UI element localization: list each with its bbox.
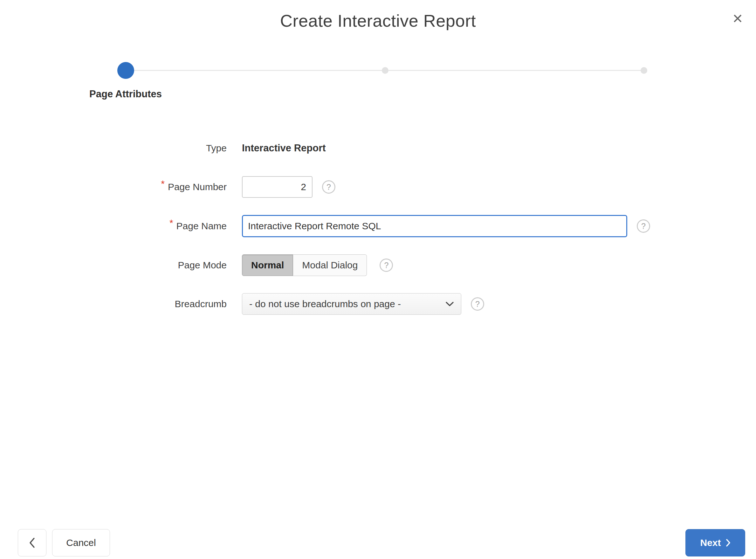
chevron-right-icon — [726, 538, 731, 547]
page-mode-label: Page Mode — [0, 260, 227, 271]
cancel-button[interactable]: Cancel — [52, 529, 110, 556]
page-number-input[interactable] — [242, 176, 313, 198]
page-title: Create Interactive Report — [0, 11, 756, 30]
page-number-label: Page Number — [168, 182, 227, 192]
wizard-footer: Cancel Next — [0, 524, 756, 559]
page-name-row: *Page Name ? — [0, 215, 756, 237]
page-attributes-form: Type Interactive Report *Page Number ? *… — [0, 137, 756, 332]
wizard-step-label: Page Attributes — [89, 88, 162, 100]
page-name-label: Page Name — [177, 221, 227, 231]
page-mode-toggle: Normal Modal Dialog — [242, 254, 367, 276]
wizard-progress: Page Attributes — [0, 61, 756, 108]
page-mode-row: Page Mode Normal Modal Dialog ? — [0, 254, 756, 276]
required-asterisk: * — [161, 178, 165, 189]
page-number-row: *Page Number ? — [0, 176, 756, 198]
create-interactive-report-dialog: Create Interactive Report × Page Attribu… — [0, 0, 756, 559]
type-label: Type — [0, 143, 227, 154]
wizard-step-1-dot — [117, 62, 134, 79]
help-icon[interactable]: ? — [380, 259, 393, 272]
close-icon[interactable]: × — [730, 8, 745, 28]
breadcrumb-label: Breadcrumb — [0, 298, 227, 309]
page-mode-option-modal-dialog[interactable]: Modal Dialog — [293, 254, 367, 276]
chevron-down-icon — [445, 301, 454, 307]
breadcrumb-select[interactable]: - do not use breadcrumbs on page - — [242, 293, 461, 315]
page-mode-option-normal[interactable]: Normal — [242, 254, 293, 276]
chevron-left-icon — [29, 537, 36, 549]
required-asterisk: * — [169, 218, 173, 228]
wizard-step-3-dot — [641, 67, 647, 74]
breadcrumb-row: Breadcrumb - do not use breadcrumbs on p… — [0, 293, 756, 315]
page-name-input[interactable] — [242, 215, 627, 237]
type-value: Interactive Report — [242, 142, 326, 154]
next-button[interactable]: Next — [685, 529, 745, 556]
back-button[interactable] — [18, 529, 46, 556]
breadcrumb-selected-value: - do not use breadcrumbs on page - — [249, 298, 440, 309]
help-icon[interactable]: ? — [322, 180, 336, 194]
help-icon[interactable]: ? — [471, 297, 484, 311]
help-icon[interactable]: ? — [637, 219, 650, 233]
next-button-label: Next — [700, 537, 721, 548]
type-row: Type Interactive Report — [0, 137, 756, 159]
wizard-step-2-dot — [382, 67, 389, 74]
